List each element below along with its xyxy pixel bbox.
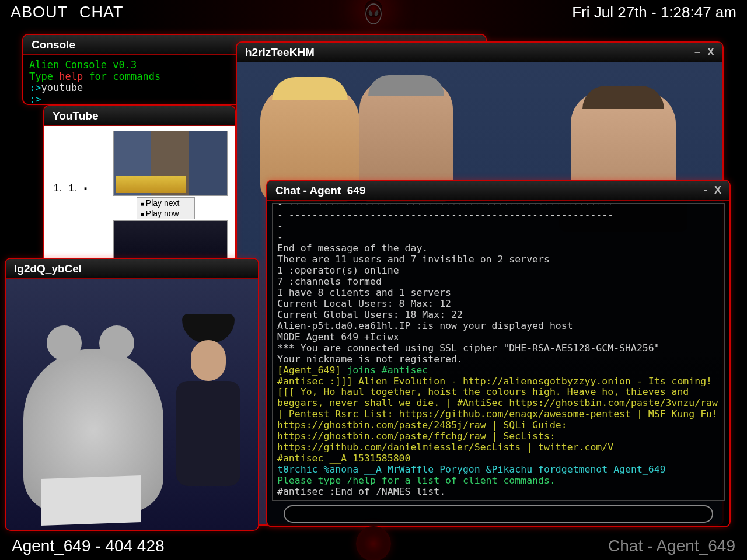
- youtube-body[interactable]: 1. 1. ▪ Play next Play now: [44, 126, 235, 276]
- nav-chat[interactable]: CHAT: [79, 4, 124, 22]
- console-title: Console: [32, 38, 75, 51]
- video2-content[interactable]: [6, 279, 258, 530]
- video-window-2[interactable]: Ig2dQ_ybCeI: [5, 258, 259, 531]
- taskbar-chat-label[interactable]: Chat - Agent_649: [608, 537, 735, 555]
- agent-status: Agent_649 - 404 428: [12, 537, 165, 555]
- youtube-titlebar[interactable]: YouTube: [44, 106, 235, 126]
- orb-icon[interactable]: [356, 526, 391, 560]
- clock: Fri Jul 27th - 1:28:47 am: [572, 4, 736, 22]
- svg-point-2: [374, 10, 379, 16]
- svg-point-0: [366, 4, 381, 24]
- youtube-thumbnail[interactable]: [113, 220, 228, 261]
- chat-title: Chat - Agent_649: [275, 184, 366, 197]
- chat-window[interactable]: Chat - Agent_649 - X - *****************…: [266, 180, 731, 527]
- svg-point-1: [368, 10, 373, 16]
- console-prompt[interactable]: :>: [29, 93, 41, 105]
- close-button[interactable]: X: [707, 46, 714, 58]
- chat-log[interactable]: - **************************************…: [272, 203, 725, 501]
- video1-title: h2rizTeeKHM: [245, 46, 315, 59]
- video2-titlebar[interactable]: Ig2dQ_ybCeI: [6, 259, 258, 279]
- minimize-button[interactable]: -: [704, 184, 707, 197]
- bottom-bar: Agent_649 - 404 428 Chat - Agent_649: [0, 532, 747, 560]
- console-version: Alien Console v0.3: [29, 59, 137, 71]
- menu-play-now[interactable]: Play now: [137, 208, 194, 219]
- youtube-title: YouTube: [53, 110, 98, 123]
- youtube-context-menu: Play next Play now: [137, 197, 195, 219]
- chat-input[interactable]: [284, 505, 713, 523]
- alien-emblem-icon: [364, 4, 383, 27]
- youtube-thumbnail[interactable]: [113, 131, 228, 196]
- close-button[interactable]: X: [714, 184, 721, 197]
- menu-play-next[interactable]: Play next: [137, 198, 194, 208]
- top-bar: ABOUT CHAT Fri Jul 27th - 1:28:47 am: [0, 0, 747, 24]
- minimize-button[interactable]: –: [694, 46, 700, 58]
- video2-title: Ig2dQ_ybCeI: [14, 262, 82, 275]
- nav-about[interactable]: ABOUT: [11, 4, 68, 22]
- video1-titlebar[interactable]: h2rizTeeKHM – X: [237, 43, 722, 62]
- youtube-window[interactable]: YouTube 1. 1. ▪ Play next Play now: [43, 105, 236, 276]
- chat-titlebar[interactable]: Chat - Agent_649 - X: [267, 181, 729, 201]
